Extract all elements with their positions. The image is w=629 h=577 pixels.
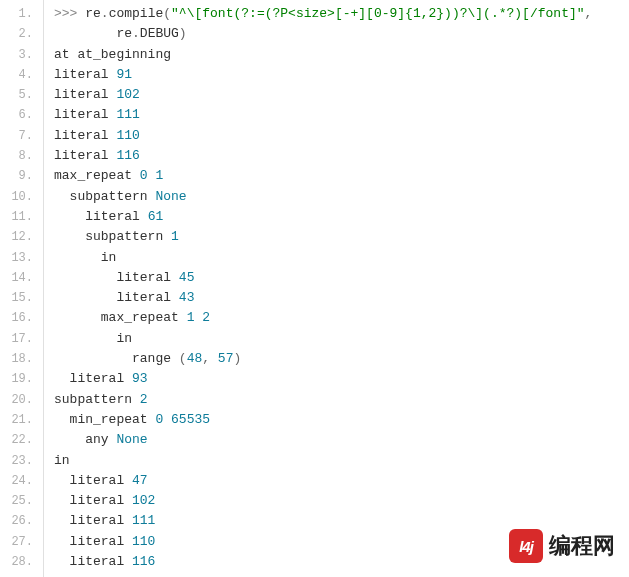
code-line: literal 116: [54, 146, 629, 166]
code-line: literal 111: [54, 105, 629, 125]
code-line: max_repeat 0 1: [54, 166, 629, 186]
watermark-logo-icon: l4j: [509, 529, 543, 563]
code-token: literal: [54, 209, 148, 224]
code-token: 47: [132, 473, 148, 488]
code-token: max_repeat: [54, 168, 140, 183]
line-number: 9.: [0, 166, 43, 186]
code-token: subpattern: [54, 392, 140, 407]
code-token: re: [85, 6, 101, 21]
line-number: 1.: [0, 4, 43, 24]
code-token: at at_beginning: [54, 47, 171, 62]
code-block: 1.2.3.4.5.6.7.8.9.10.11.12.13.14.15.16.1…: [0, 0, 629, 577]
code-token: literal: [54, 554, 132, 569]
code-token: max_repeat: [54, 310, 187, 325]
line-number: 23.: [0, 451, 43, 471]
code-token: literal: [54, 270, 179, 285]
line-number: 18.: [0, 349, 43, 369]
code-line: in: [54, 248, 629, 268]
code-token: in: [54, 250, 116, 265]
line-number: 20.: [0, 390, 43, 410]
code-line: in: [54, 329, 629, 349]
code-token: 102: [116, 87, 139, 102]
code-token: 116: [132, 554, 155, 569]
code-token: None: [116, 432, 147, 447]
line-number: 25.: [0, 491, 43, 511]
line-number: 8.: [0, 146, 43, 166]
code-token: 61: [148, 209, 164, 224]
line-number: 22.: [0, 430, 43, 450]
code-token: None: [155, 189, 186, 204]
code-token: range: [54, 351, 179, 366]
line-number: 5.: [0, 85, 43, 105]
code-line: max_repeat 1 2: [54, 308, 629, 328]
code-line: re.DEBUG): [54, 24, 629, 44]
line-number: 3.: [0, 45, 43, 65]
code-token: 45: [179, 270, 195, 285]
code-token: .: [101, 6, 109, 21]
code-token: literal: [54, 290, 179, 305]
code-token: in: [54, 331, 132, 346]
code-line: subpattern 2: [54, 390, 629, 410]
code-token: re: [54, 26, 132, 41]
line-number: 11.: [0, 207, 43, 227]
code-token: 91: [116, 67, 132, 82]
code-token: 2: [140, 392, 148, 407]
code-line: any None: [54, 430, 629, 450]
code-token: DEBUG: [140, 26, 179, 41]
code-token: 48: [187, 351, 203, 366]
code-token: ): [233, 351, 241, 366]
line-number: 10.: [0, 187, 43, 207]
line-number: 16.: [0, 308, 43, 328]
code-token: literal: [54, 513, 132, 528]
code-token: literal: [54, 371, 132, 386]
code-token: 43: [179, 290, 195, 305]
line-number: 4.: [0, 65, 43, 85]
line-number: 6.: [0, 105, 43, 125]
line-number: 14.: [0, 268, 43, 288]
code-line: at at_beginning: [54, 45, 629, 65]
code-line: literal 61: [54, 207, 629, 227]
code-token: 111: [132, 513, 155, 528]
code-token: 93: [132, 371, 148, 386]
code-token: in: [54, 453, 70, 468]
code-token: literal: [54, 107, 116, 122]
code-token: ,: [585, 6, 593, 21]
line-number: 7.: [0, 126, 43, 146]
code-token: 1: [155, 168, 163, 183]
code-line: in: [54, 451, 629, 471]
watermark-label: 编程网: [549, 531, 615, 561]
code-token: 116: [116, 148, 139, 163]
code-line: min_repeat 0 65535: [54, 410, 629, 430]
code-token: [163, 412, 171, 427]
code-line: subpattern 1: [54, 227, 629, 247]
code-token: 65535: [171, 412, 210, 427]
code-line: range (48, 57): [54, 349, 629, 369]
code-token: 2: [202, 310, 210, 325]
code-token: 111: [116, 107, 139, 122]
code-token: compile: [109, 6, 164, 21]
code-token: >>>: [54, 6, 85, 21]
code-token: any: [54, 432, 116, 447]
code-area: >>> re.compile("^\[font(?:=(?P<size>[-+]…: [44, 0, 629, 577]
code-line: literal 47: [54, 471, 629, 491]
code-line: subpattern None: [54, 187, 629, 207]
code-token: literal: [54, 148, 116, 163]
code-token: 57: [218, 351, 234, 366]
code-token: (: [179, 351, 187, 366]
code-token: subpattern: [54, 229, 171, 244]
code-token: subpattern: [54, 189, 155, 204]
code-token: 110: [132, 534, 155, 549]
line-number: 27.: [0, 532, 43, 552]
line-number-gutter: 1.2.3.4.5.6.7.8.9.10.11.12.13.14.15.16.1…: [0, 0, 44, 577]
code-token: 1: [171, 229, 179, 244]
code-token: .: [132, 26, 140, 41]
code-token: literal: [54, 87, 116, 102]
code-line: literal 102: [54, 85, 629, 105]
line-number: 17.: [0, 329, 43, 349]
line-number: 2.: [0, 24, 43, 44]
code-token: (: [163, 6, 171, 21]
code-token: 110: [116, 128, 139, 143]
watermark: l4j 编程网: [509, 529, 615, 563]
code-line: literal 102: [54, 491, 629, 511]
code-line: literal 45: [54, 268, 629, 288]
